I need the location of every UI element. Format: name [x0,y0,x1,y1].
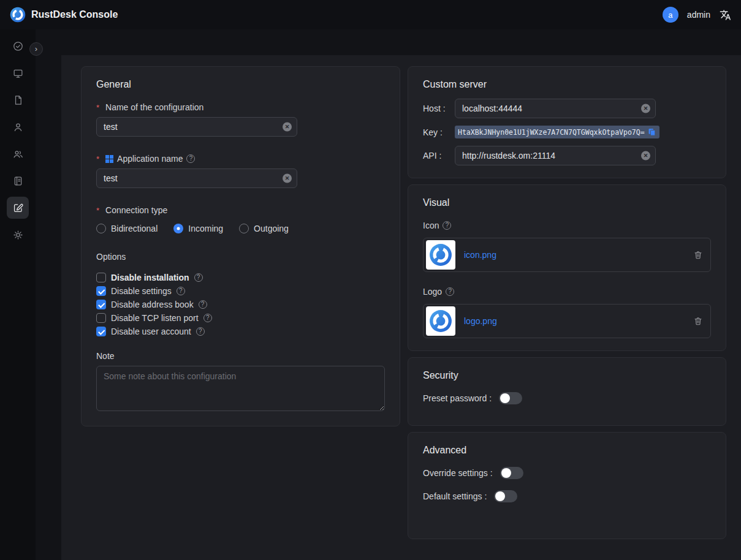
gear-icon [12,229,24,241]
config-name-field [96,117,297,137]
user-name[interactable]: admin [687,10,710,20]
brand: RustDesk Console [10,7,118,23]
custom-server-title: Custom server [423,79,711,90]
logo-file-box: logo.png [423,304,711,338]
radio-circle[interactable] [239,224,249,233]
language-switch-icon[interactable] [719,9,731,21]
app-name-field [96,168,297,188]
config-name-label: Name of the configuration [96,102,385,112]
override-settings-row: Override settings : [423,467,711,479]
icon-help-icon[interactable] [443,221,451,230]
circle-check-icon [12,40,24,52]
host-input[interactable] [455,99,656,118]
checkbox[interactable] [96,273,106,282]
custom-server-card: Custom server Host : Key : HtaXBkJNHyn0e… [408,66,726,178]
radio-circle[interactable] [173,224,183,233]
clear-api-icon[interactable] [641,151,650,161]
help-icon[interactable] [203,314,212,322]
clear-name-icon[interactable] [283,123,292,132]
check-disable-address-book[interactable]: Disable address book [96,300,385,309]
checkbox[interactable] [96,327,106,336]
radio-circle[interactable] [96,224,106,233]
app-name-label: Application name [96,154,385,164]
connection-type-label: Connection type [96,205,385,215]
sidebar-item-groups[interactable] [7,143,29,165]
check-disable-settings[interactable]: Disable settings [96,286,385,296]
logo-label: Logo [423,287,711,297]
note-label: Note [96,351,385,361]
help-icon[interactable] [177,287,185,295]
clear-host-icon[interactable] [641,104,650,113]
note-textarea[interactable] [96,366,385,411]
advanced-card: Advanced Override settings : Default set… [408,432,726,539]
sidebar-item-devices[interactable] [7,62,29,84]
visual-title: Visual [423,197,711,208]
connection-type-group: Bidirectional Incoming Outgoing [96,224,385,233]
default-settings-row: Default settings : [423,490,711,502]
check-disable-installation[interactable]: Disable installation [96,273,385,282]
app-title: RustDesk Console [31,9,118,20]
checkbox[interactable] [96,286,106,296]
sidebar-item-documents[interactable] [7,89,29,111]
user-avatar[interactable]: a [663,7,678,23]
checkbox[interactable] [96,300,106,309]
api-row: API : [423,146,711,165]
check-disable-user-account[interactable]: Disable user account [96,327,385,336]
logo-thumbnail [426,306,455,336]
edit-pencil-icon [12,202,24,214]
check-disable-tcp-listen-port[interactable]: Disable TCP listen port [96,313,385,323]
radio-outgoing[interactable]: Outgoing [239,224,289,233]
override-settings-toggle[interactable] [500,467,523,479]
default-settings-toggle[interactable] [494,490,517,502]
copy-key-icon[interactable] [647,127,656,137]
icon-file-link[interactable]: icon.png [464,250,496,260]
key-value: HtaXBkJNHyn0e1U1jWXze7A7CN7QTGWqxkOtpaVp… [458,128,645,137]
sidebar-item-custom-clients[interactable] [7,197,29,219]
radio-incoming[interactable]: Incoming [173,224,223,233]
sidebar-expand-button[interactable] [29,42,43,56]
sidebar-item-overview[interactable] [7,35,29,57]
rustdesk-logo-icon [10,7,26,23]
main-content: General Name of the configuration Applic… [61,55,741,560]
host-label: Host : [423,104,455,113]
help-icon[interactable] [194,273,203,282]
document-icon [12,94,24,106]
config-name-input[interactable] [96,117,297,137]
help-icon[interactable] [196,327,205,336]
windows-icon [105,155,113,163]
delete-logo-file-icon[interactable] [693,316,703,326]
key-field: HtaXBkJNHyn0e1U1jWXze7A7CN7QTGWqxkOtpaVp… [455,126,659,138]
app-name-help-icon[interactable] [186,154,195,163]
logo-help-icon[interactable] [446,287,454,296]
logbook-icon [12,175,24,187]
sidebar-item-settings[interactable] [7,224,29,246]
api-input[interactable] [455,146,656,165]
general-title: General [96,79,385,90]
default-settings-label: Default settings : [423,491,487,501]
key-row: Key : HtaXBkJNHyn0e1U1jWXze7A7CN7QTGWqxk… [423,126,711,138]
help-icon[interactable] [199,300,207,309]
radio-bidirectional[interactable]: Bidirectional [96,224,158,233]
logo-file-link[interactable]: logo.png [464,316,497,326]
toggle-knob [501,468,511,478]
app-name-input[interactable] [96,168,297,188]
security-title: Security [423,370,711,381]
host-field [455,99,656,118]
sidebar-item-users[interactable] [7,116,29,138]
icon-label: Icon [423,221,711,230]
icon-thumbnail [426,240,455,270]
visual-card: Visual Icon icon.png [408,184,726,351]
preset-password-toggle[interactable] [499,392,522,404]
preset-password-label: Preset password : [423,393,492,403]
options-group: Disable installation Disable settings Di… [96,273,385,336]
sidebar-item-logs[interactable] [7,170,29,192]
sidebar [0,29,36,560]
key-label: Key : [423,127,455,137]
users-group-icon [12,148,24,160]
clear-app-name-icon[interactable] [283,174,292,183]
checkbox[interactable] [96,313,106,323]
general-card: General Name of the configuration Applic… [81,66,400,426]
toggle-knob [500,393,510,403]
delete-icon-file-icon[interactable] [693,250,703,260]
host-row: Host : [423,99,711,118]
